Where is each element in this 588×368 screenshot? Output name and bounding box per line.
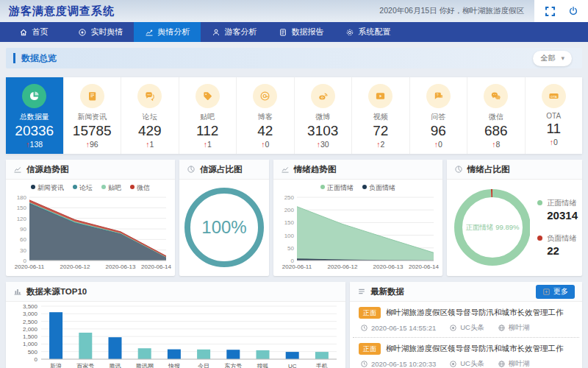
panel-header: 数据来源TOP10 <box>6 282 345 302</box>
stat-value: 3103 <box>295 123 352 139</box>
stat-card-3[interactable]: 论坛429↑1 <box>121 77 179 154</box>
svg-text:百家号: 百家号 <box>76 363 94 368</box>
item-meta: 2020-06-15 10:20:33UC头条柳叶湖 <box>359 359 573 368</box>
wechat-icon <box>484 84 508 108</box>
legend-item[interactable]: 贴吧 <box>101 183 121 193</box>
list-item[interactable]: 正面柳叶湖旅游度假区领导督导防汛和城市长效管理工作2020-06-15 14:5… <box>353 302 579 338</box>
stat-label: 论坛 <box>121 112 179 122</box>
stat-label: 微信 <box>467 112 525 122</box>
video-icon <box>368 84 392 108</box>
list-item[interactable]: 正面柳叶湖旅游度假区领导督导防汛和城市长效管理工作2020-06-15 10:2… <box>353 338 579 368</box>
nav-item-3[interactable]: 舆情分析 <box>134 22 201 42</box>
meta-source: UC头条 <box>449 323 484 333</box>
stat-change: ↑30 <box>295 140 352 149</box>
item-meta: 2020-06-15 14:55:21UC头条柳叶湖 <box>359 323 573 333</box>
monitor-icon <box>78 28 87 37</box>
nav-item-2[interactable]: 实时舆情 <box>67 22 134 42</box>
nav-item-5[interactable]: 数据报告 <box>268 22 334 42</box>
stat-card-2[interactable]: 新闻资讯15785↑96 <box>64 77 122 154</box>
sentiment-badge: 正面 <box>359 307 381 319</box>
panel-title: 情绪趋势图 <box>294 164 337 175</box>
legend-item[interactable]: 正面情绪 <box>320 183 354 193</box>
stat-value: 112 <box>179 123 237 139</box>
legend-item[interactable]: 负面情绪 <box>362 183 395 193</box>
power-icon[interactable] <box>568 6 578 16</box>
stat-value: 72 <box>352 123 409 139</box>
weibo-icon <box>311 84 335 108</box>
qa-icon: ? <box>426 84 451 108</box>
item-title: 柳叶湖旅游度假区领导督导防汛和城市长效管理工作 <box>386 308 564 318</box>
svg-text:2020-06-14: 2020-06-14 <box>141 263 171 270</box>
legend-label: 负面情绪 <box>547 233 576 244</box>
stat-card-4[interactable]: 贴吧112↑1 <box>179 77 237 154</box>
svg-text:腾讯网: 腾讯网 <box>136 363 154 368</box>
svg-text:2020-06-13: 2020-06-13 <box>106 263 136 270</box>
fullscreen-icon[interactable] <box>544 5 556 18</box>
source-icon <box>449 360 457 368</box>
stat-change-value: 0 <box>265 140 269 149</box>
stat-value: 429 <box>121 123 179 139</box>
stat-card-6[interactable]: 微博3103↑30 <box>295 77 353 154</box>
legend-dot <box>537 236 542 241</box>
svg-text:2,500: 2,500 <box>23 319 38 325</box>
stat-value: 42 <box>237 123 294 139</box>
nav-item-6[interactable]: 系统配置 <box>334 22 401 42</box>
legend-item[interactable]: 微信 <box>130 183 150 193</box>
svg-text:500: 500 <box>28 349 38 355</box>
stat-change: ↑2 <box>352 140 409 149</box>
svg-text:2020-06-11: 2020-06-11 <box>282 263 312 270</box>
analysis-icon <box>145 28 154 37</box>
stat-card-9[interactable]: 微信686↑8 <box>467 77 526 154</box>
gear-icon <box>345 28 354 37</box>
scope-filter-dropdown[interactable]: 全部 ▾ <box>533 51 572 66</box>
stat-card-1[interactable]: 总数据量20336↑138 <box>6 77 64 154</box>
more-button[interactable]: 更多 <box>536 285 575 299</box>
svg-text:100: 100 <box>284 233 295 239</box>
top-header: 游客满意度调查系统 2020年06月15日 你好，柳叶湖旅游度假区 <box>0 0 588 22</box>
svg-text:手机: 手机 <box>315 363 328 368</box>
legend-dot <box>101 185 106 189</box>
date-greeting: 2020年06月15日 你好，柳叶湖旅游度假区 <box>379 6 524 16</box>
ota-icon: OTA <box>542 84 566 108</box>
svg-text:2,000: 2,000 <box>23 326 38 333</box>
site-icon <box>498 324 506 332</box>
stat-card-7[interactable]: 视频72↑2 <box>352 77 410 154</box>
section-marker <box>13 53 15 63</box>
stat-card-5[interactable]: 博客42↑0 <box>237 77 295 154</box>
bottom-row: 数据来源TOP10 05001,0001,5002,0002,5003,0003… <box>6 282 582 368</box>
source-trend-chart: 03060901201501802020-06-112020-06-122020… <box>9 193 172 275</box>
stat-label: 贴吧 <box>179 112 237 122</box>
legend-dot <box>31 185 35 189</box>
svg-text:正面情绪 99.89%: 正面情绪 99.89% <box>466 223 520 231</box>
stat-change-value: 1 <box>207 140 212 149</box>
clock-icon <box>360 324 368 332</box>
nav-item-label: 首页 <box>32 26 49 38</box>
stat-card-8[interactable]: ?问答96↑0 <box>410 77 468 154</box>
overview-section-bar: 数据总览 全部 ▾ <box>6 48 582 68</box>
stat-change-value: 0 <box>553 138 558 146</box>
svg-text:1,500: 1,500 <box>23 333 38 340</box>
news-icon <box>80 84 104 108</box>
nav-item-4[interactable]: 游客分析 <box>201 22 268 42</box>
sentiment-share-content: 正面情绪 99.89% 正面情绪20314负面情绪22 <box>447 180 582 275</box>
stat-card-10[interactable]: OTAOTA11↑0 <box>526 77 583 154</box>
legend-label: 正面情绪 <box>547 198 578 208</box>
stat-change-value: 30 <box>320 140 329 149</box>
meta-time: 2020-06-15 10:20:33 <box>360 359 436 368</box>
stat-change: ↑96 <box>64 140 121 149</box>
legend-item[interactable]: 新闻资讯 <box>31 183 64 193</box>
sentiment-share-legend: 正面情绪20314负面情绪22 <box>537 198 578 257</box>
stat-change-value: 1 <box>149 140 154 149</box>
panel-latest: 最新数据 更多 正面柳叶湖旅游度假区领导督导防汛和城市长效管理工作2020-06… <box>350 282 582 368</box>
legend-item[interactable]: 论坛 <box>73 183 93 193</box>
chevron-down-icon: ▾ <box>561 54 564 62</box>
nav-item-1[interactable]: 首页 <box>0 22 67 42</box>
home-icon <box>19 28 28 37</box>
stat-change: ↑138 <box>6 140 63 149</box>
nav-item-label: 系统配置 <box>359 26 391 38</box>
legend-value: 22 <box>547 244 576 257</box>
svg-text:今日: 今日 <box>198 363 209 368</box>
tag-icon <box>196 84 220 108</box>
stat-value: 96 <box>410 123 467 139</box>
nav-item-label: 实时舆情 <box>91 26 123 38</box>
